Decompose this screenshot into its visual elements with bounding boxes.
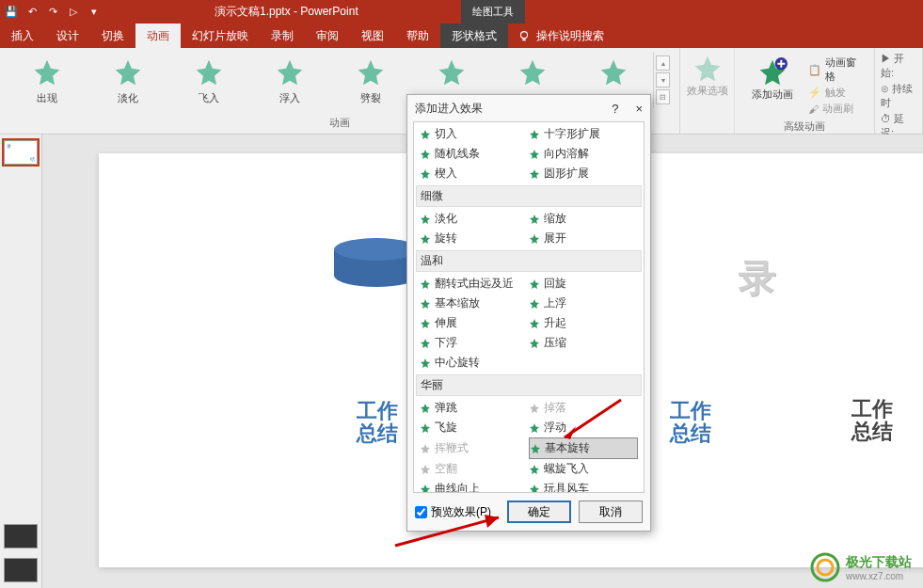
tab-help[interactable]: 帮助 <box>395 24 440 48</box>
add-animation-icon <box>757 57 788 87</box>
trigger-icon: ⚡ <box>808 87 821 99</box>
gallery-more[interactable]: ▴▾⊟ <box>653 52 672 108</box>
dialog-footer: 预览效果(P) 确定 取消 <box>407 493 650 531</box>
effect-suiji[interactable]: 随机线条 <box>420 144 529 164</box>
redo-icon[interactable]: ↷ <box>45 5 60 20</box>
dialog-titlebar[interactable]: 添加进入效果 ? × <box>407 95 650 121</box>
anim-floatin[interactable]: 浮入 <box>260 57 320 108</box>
svg-point-1 <box>521 32 528 39</box>
tab-design[interactable]: 设计 <box>45 24 90 48</box>
effect-zhongxin[interactable]: 中心旋转 <box>420 353 529 373</box>
group-subtle: 细微 <box>416 185 642 207</box>
effect-huibian[interactable]: 挥鞭式 <box>420 437 529 459</box>
save-icon[interactable]: 💾 <box>4 5 19 20</box>
effect-xiafu[interactable]: 下浮 <box>420 333 529 353</box>
effect-huixuan[interactable]: 回旋 <box>529 274 638 294</box>
ribbon-tabs: 插入 设计 切换 动画 幻灯片放映 录制 审阅 视图 帮助 形状格式 操作说明搜… <box>0 24 923 48</box>
effect-options-icon <box>692 54 723 84</box>
group-advanced-label: 高级动画 <box>742 119 867 135</box>
watermark-url: www.xz7.com <box>846 571 912 581</box>
effect-yasuo[interactable]: 压缩 <box>529 333 638 353</box>
dialog-close-icon[interactable]: × <box>635 102 643 116</box>
thumbnail-2[interactable] <box>4 524 38 548</box>
tab-record[interactable]: 录制 <box>260 24 305 48</box>
preview-checkbox[interactable]: 预览效果(P) <box>415 504 491 520</box>
effect-diaoluo[interactable]: 掉落 <box>529 398 638 418</box>
animation-pane-button[interactable]: 📋动画窗格 <box>808 56 861 84</box>
slide-text-1[interactable]: 工作 总结 <box>357 400 398 445</box>
tab-shape-format[interactable]: 形状格式 <box>440 24 508 48</box>
effect-quxian[interactable]: 曲线向上 <box>420 479 529 493</box>
painter-icon: 🖌 <box>808 103 819 115</box>
anim-split[interactable]: 劈裂 <box>341 57 401 108</box>
timing-group: ▶ 开始: ⊙ 持续时 ⏱ 延迟: <box>875 48 923 134</box>
trigger-button[interactable]: ⚡触发 <box>808 86 861 100</box>
tab-insert[interactable]: 插入 <box>0 24 45 48</box>
window-title: 演示文稿1.pptx - PowerPoint <box>215 4 358 20</box>
dialog-title: 添加进入效果 <box>415 101 483 117</box>
cancel-button[interactable]: 取消 <box>579 501 643 523</box>
effect-shenzhan[interactable]: 伸展 <box>420 313 529 333</box>
effect-options: 效果选项 <box>680 48 735 134</box>
tab-review[interactable]: 审阅 <box>305 24 350 48</box>
add-animation[interactable]: 添加动画 <box>742 52 803 119</box>
dialog-effects-list[interactable]: 切入十字形扩展 随机线条向内溶解 楔入圆形扩展 细微 淡化缩放 旋转展开 温和 … <box>413 121 645 493</box>
watermark-name: 极光下载站 <box>846 554 912 571</box>
effect-xuanzhuan[interactable]: 旋转 <box>420 229 529 248</box>
dialog-help-icon[interactable]: ? <box>612 102 618 116</box>
bulb-icon <box>517 29 531 42</box>
effect-luoxuan[interactable]: 螺旋飞入 <box>529 459 638 479</box>
effect-suofang[interactable]: 缩放 <box>529 209 638 229</box>
effect-xieru[interactable]: 楔入 <box>420 164 529 183</box>
qat-more-icon[interactable]: ▾ <box>87 5 102 20</box>
effect-zhankai[interactable]: 展开 <box>529 229 638 248</box>
thumbnail-1[interactable]: 录结 <box>4 140 38 165</box>
timing-start[interactable]: ▶ 开始: <box>881 52 916 80</box>
effect-tantiao[interactable]: 弹跳 <box>420 398 529 418</box>
thumbnail-3[interactable] <box>4 558 38 582</box>
add-entrance-effect-dialog: 添加进入效果 ? × 切入十字形扩展 随机线条向内溶解 楔入圆形扩展 细微 淡化… <box>406 94 651 532</box>
tell-me-label: 操作说明搜索 <box>536 28 604 44</box>
tab-view[interactable]: 视图 <box>350 24 395 48</box>
anim-fade[interactable]: 淡化 <box>98 57 158 108</box>
svg-point-6 <box>812 554 838 580</box>
effect-danhua[interactable]: 淡化 <box>420 209 529 229</box>
effect-kongfan[interactable]: 空翻 <box>420 459 529 479</box>
tab-slideshow[interactable]: 幻灯片放映 <box>181 24 260 48</box>
effect-wanju[interactable]: 玩具风车 <box>529 479 638 493</box>
slide-text-3[interactable]: 工作 总结 <box>851 398 893 443</box>
group-moderate: 温和 <box>416 250 642 272</box>
effect-fanzhuan[interactable]: 翻转式由远及近 <box>420 274 529 294</box>
effect-shizi[interactable]: 十字形扩展 <box>529 124 638 144</box>
group-exciting: 华丽 <box>416 374 642 396</box>
animation-painter-button[interactable]: 🖌动画刷 <box>808 102 861 116</box>
tell-me-search[interactable]: 操作说明搜索 <box>508 28 613 44</box>
effect-feixuan[interactable]: 飞旋 <box>420 418 529 437</box>
title-bar: 💾 ↶ ↷ ▷ ▾ 演示文稿1.pptx - PowerPoint 绘图工具 <box>0 0 923 24</box>
start-icon[interactable]: ▷ <box>66 5 81 20</box>
effect-qieru[interactable]: 切入 <box>420 124 529 144</box>
svg-point-7 <box>818 560 833 575</box>
slide-text-2[interactable]: 工作 总结 <box>670 400 711 445</box>
timing-duration[interactable]: ⊙ 持续时 <box>881 82 916 110</box>
effect-jibensuofang[interactable]: 基本缩放 <box>420 294 529 313</box>
watermark-logo-icon <box>810 552 840 582</box>
undo-icon[interactable]: ↶ <box>24 5 40 20</box>
anim-flyin[interactable]: 飞入 <box>179 57 239 108</box>
tab-transition[interactable]: 切换 <box>90 24 135 48</box>
effect-shangfu[interactable]: 上浮 <box>529 294 638 313</box>
pane-icon: 📋 <box>808 64 821 76</box>
tab-animation[interactable]: 动画 <box>135 24 181 48</box>
ok-button[interactable]: 确定 <box>507 501 571 523</box>
effect-xiangnei[interactable]: 向内溶解 <box>529 144 638 164</box>
effect-jibenxuanzhuan[interactable]: 基本旋转 <box>529 437 638 459</box>
slide-thumbnails: 录结 <box>0 135 42 588</box>
effect-fudong[interactable]: 浮动 <box>529 418 638 437</box>
context-tools-label: 绘图工具 <box>461 0 525 24</box>
effect-shengqi[interactable]: 升起 <box>529 313 638 333</box>
anim-appear[interactable]: 出现 <box>17 57 77 108</box>
watermark: 极光下载站 www.xz7.com <box>810 552 912 582</box>
slide-text-outline[interactable]: 录 <box>739 257 776 298</box>
effect-yuanxing[interactable]: 圆形扩展 <box>529 164 638 183</box>
